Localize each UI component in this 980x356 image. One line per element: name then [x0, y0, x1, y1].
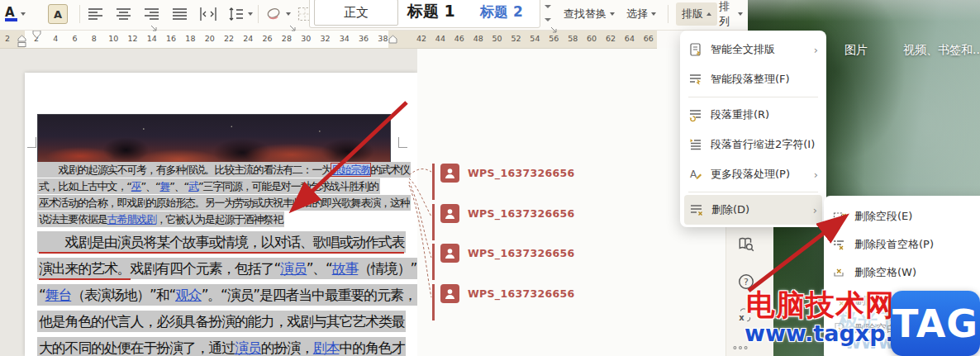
document-line[interactable]: 说法主要依据是古希腊戏剧，它被认为是起源于酒神祭祀 [37, 211, 284, 227]
line-spacing-button[interactable] [228, 2, 253, 26]
document-line[interactable]: “舞台（表演场地）”和“观众”。“演员”是四者当中最重要的元素， [37, 284, 417, 306]
comment-accent-bar [432, 284, 435, 320]
hyperlink[interactable]: 故事 [332, 260, 359, 277]
comment-accent-bar [432, 244, 435, 280]
line-spacing-icon [228, 7, 245, 21]
highlight-icon: A [48, 4, 68, 24]
shading-dialog-launcher-icon[interactable] [289, 20, 297, 36]
user-avatar-icon [440, 164, 459, 183]
text-run: 式，比如上古中文，“ [39, 180, 131, 192]
font-color-button[interactable]: A [5, 2, 26, 26]
document-line[interactable]: 演出来的艺术。戏剧有四个元素，包括了“演员”、“故事（情境）”、 [37, 258, 431, 279]
menu-item-label: 删除空段(E) [854, 209, 980, 224]
hyperlink[interactable]: 演员 [280, 260, 307, 277]
menu-item-label: 删除(D) [711, 202, 808, 217]
margin-mark-left [27, 137, 36, 148]
comment-item[interactable]: WPS_1637326656 [432, 244, 574, 280]
background-label-pictures[interactable]: 图片 [844, 43, 868, 58]
hyperlink[interactable]: 舞台 [45, 287, 72, 303]
paragraph-dialog-launcher-icon[interactable] [150, 20, 158, 36]
comment-author-name: WPS_1637326656 [468, 167, 574, 179]
hyperlink[interactable]: 演员 [235, 339, 261, 356]
hyperlink[interactable]: 武 [188, 180, 198, 192]
horizontal-ruler[interactable]: 2 24681012141618202224262830323436384244… [0, 30, 657, 49]
wps-writer-window: 图片 视频、书签和... A A 正文 标题 1 标题 2 [0, 0, 980, 356]
svg-text:A: A [690, 169, 697, 180]
delete-lines-icon [689, 202, 704, 217]
document-page[interactable]: 戏剧的起源实不可考，有多种假说。比较主流的看法有二：一为原始宗教的武术仪式，比如… [25, 73, 417, 356]
style-gallery: 正文 标题 1 标题 2 [309, 0, 540, 28]
align-center-icon[interactable] [116, 7, 132, 21]
chevron-right-icon: › [814, 169, 818, 181]
text-run: ”、“ [141, 180, 160, 192]
typeset-label: 排版 [682, 7, 703, 21]
ruler-indent-markers[interactable] [0, 30, 657, 48]
highlight-button[interactable]: A [48, 2, 68, 26]
style-dialog-launcher-icon[interactable] [550, 21, 558, 37]
menu-item-delete[interactable]: 删除(D)› [684, 195, 822, 225]
menu-item-paragraph-rewrap[interactable]: 段落重排(R) [680, 100, 826, 130]
doc-search-icon[interactable] [737, 235, 755, 254]
menu-item-smart-paragraph-tidy[interactable]: 智能段落整理(F) [680, 64, 826, 94]
watermark-site-name: 电脑技术网 [746, 286, 895, 325]
typeset-button[interactable]: 排版 [676, 2, 717, 26]
hyperlink[interactable]: 古希腊戏剧 [107, 213, 156, 225]
text-run: （表演场地）”和“ [71, 287, 175, 303]
hyperlink[interactable]: 原始宗教 [331, 164, 370, 176]
submenu-item-delete-leading-spaces[interactable]: 删除段首空格(P) [824, 230, 980, 259]
shading-button[interactable] [266, 2, 291, 26]
delete-space-icon [832, 265, 847, 280]
background-label-video-bookmarks[interactable]: 视频、书签和... [903, 43, 980, 58]
para-rewrap-icon [688, 107, 703, 122]
delete-leading-space-icon [832, 237, 847, 252]
hyperlink[interactable]: 观众 [175, 287, 202, 303]
comment-item[interactable]: WPS_1637326656 [432, 284, 574, 320]
document-line[interactable]: 他是角色的代言人，必须具备扮演的能力，戏剧与其它艺术类最 [37, 311, 406, 332]
arrange-button[interactable]: 排列 [714, 2, 748, 26]
document-line[interactable]: 大的不同的处便在于扮演了，通过演员的扮演，剧本中的角色才 [37, 337, 406, 356]
align-left-icon[interactable] [88, 7, 104, 21]
document-line[interactable]: 巫术活动的合称，即戏剧的原始形态。另一为劳动或庆祝丰收后的即兴歌舞表演，这种 [37, 195, 411, 211]
distribute-icon[interactable] [200, 7, 216, 21]
hyperlink[interactable]: 舞 [159, 180, 169, 192]
menu-item-label: 段落重排(R) [711, 107, 818, 122]
document-line[interactable]: 戏剧是由演员将某个故事或情境，以对话、歌唱或动作式表 [37, 231, 406, 253]
style-heading2[interactable]: 标题 2 [480, 2, 523, 21]
text-run: ”、“ [169, 180, 188, 192]
text-run: 戏剧有四个元素，包括了“ [131, 260, 280, 277]
style-normal[interactable]: 正文 [314, 0, 398, 26]
select-button[interactable]: 选择 [621, 2, 661, 26]
more-para-icon: A [688, 167, 703, 182]
find-replace-button[interactable]: 查找替换 [559, 2, 620, 26]
hyperlink[interactable]: 巫 [131, 180, 141, 192]
hyperlink[interactable]: 剧本 [313, 339, 340, 356]
text-run: 的扮演， [261, 339, 313, 356]
comment-item[interactable]: WPS_1637326656 [432, 164, 574, 200]
menu-divider [688, 97, 818, 97]
menu-item-more-paragraph[interactable]: A更多段落处理(P)› [680, 159, 826, 189]
text-run: 巫术活动的合称，即戏剧的原始形态。另一为劳动或庆祝丰收后的即兴歌舞表演，这种 [39, 197, 409, 209]
text-run: 说法主要依据是 [39, 213, 107, 225]
menu-item-first-line-indent[interactable]: 段落首行缩进2字符(I) [680, 130, 826, 159]
align-justify-icon[interactable] [172, 7, 188, 21]
document-inline-image[interactable] [37, 114, 391, 163]
submenu-item-delete-spaces[interactable]: 删除空格(W) [824, 259, 980, 287]
text-run: 演出来的艺术。 [39, 260, 131, 280]
chevron-right-icon: › [814, 44, 818, 56]
text-run: 戏剧的起源实不可考，有多种假说。比较主流的看法有二：一为 [39, 164, 331, 176]
text-run: 中的角色才 [339, 339, 404, 356]
typeset-dropdown-menu: 智能全文排版›智能段落整理(F)段落重排(R)段落首行缩进2字符(I)A更多段落… [680, 31, 826, 227]
document-line[interactable]: 戏剧的起源实不可考，有多种假说。比较主流的看法有二：一为原始宗教的武术仪 [37, 162, 411, 178]
comment-accent-bar [432, 164, 435, 200]
comment-accent-bar [432, 204, 435, 240]
delete-empty-para-icon [832, 209, 847, 224]
menu-item-smart-full-typeset[interactable]: 智能全文排版› [680, 35, 826, 64]
comment-item[interactable]: WPS_1637326656 [432, 204, 574, 240]
comment-author-name: WPS_1637326656 [468, 207, 574, 220]
style-heading1[interactable]: 标题 1 [407, 1, 455, 22]
document-line[interactable]: 式，比如上古中文，“巫”、“舞”、“武”三字同源，可能是对一种乞求战斗胜利的 [37, 178, 380, 194]
menu-item-label: 段落首行缩进2字符(I) [711, 137, 818, 152]
chevron-right-icon: › [813, 204, 817, 216]
user-avatar-icon [440, 284, 459, 303]
submenu-item-delete-empty-paragraph[interactable]: 删除空段(E) [824, 202, 980, 230]
